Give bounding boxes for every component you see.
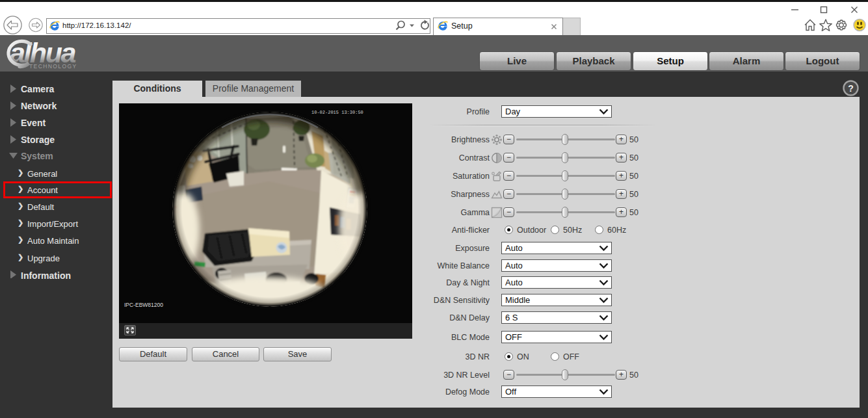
svg-text:10-02-2015 13:30:50: 10-02-2015 13:30:50 <box>311 110 363 115</box>
svg-text:?: ? <box>848 83 854 94</box>
svg-text:TECHNOLOGY: TECHNOLOGY <box>29 63 77 70</box>
svg-text:IPC-EBW81200: IPC-EBW81200 <box>124 302 163 308</box>
